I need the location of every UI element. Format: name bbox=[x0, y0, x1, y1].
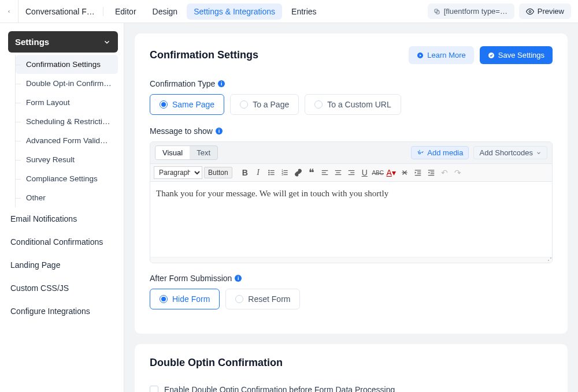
add-shortcodes-dropdown[interactable]: Add Shortcodes bbox=[473, 146, 547, 159]
shortcode-chip[interactable]: [fluentform type="c… bbox=[428, 3, 514, 19]
svg-point-2 bbox=[529, 10, 531, 13]
bold-icon[interactable]: B bbox=[239, 167, 251, 178]
back-button[interactable] bbox=[7, 0, 18, 23]
clear-format-icon[interactable] bbox=[399, 167, 410, 178]
preview-label: Preview bbox=[538, 7, 564, 16]
align-center-icon[interactable] bbox=[332, 167, 344, 178]
sidebar-item-configure-integrations[interactable]: Configure Integrations bbox=[8, 300, 118, 323]
radio-to-a-page[interactable]: To a Page bbox=[230, 94, 299, 115]
add-shortcodes-label: Add Shortcodes bbox=[479, 148, 533, 157]
form-title[interactable]: Conversational Form… bbox=[25, 7, 103, 16]
svg-rect-27 bbox=[348, 174, 354, 175]
svg-rect-28 bbox=[402, 172, 407, 173]
double-optin-title: Double Optin Confirmation bbox=[150, 357, 553, 369]
sidebar-item-survey-result[interactable]: Survey Result bbox=[16, 150, 118, 169]
media-icon bbox=[417, 149, 424, 156]
radio-dot-icon bbox=[240, 100, 248, 109]
svg-rect-22 bbox=[335, 170, 341, 171]
editor-content-area[interactable]: Thank you for your message. We will get … bbox=[150, 182, 552, 257]
radio-dot-icon bbox=[160, 100, 168, 109]
after-label-text: After Form Submission bbox=[150, 274, 232, 283]
radio-custom-url[interactable]: To a Custom URL bbox=[305, 94, 401, 115]
sidebar-item-email-notifications[interactable]: Email Notifications bbox=[8, 207, 118, 230]
learn-more-button[interactable]: Learn More bbox=[409, 46, 473, 64]
radio-to-a-page-label: To a Page bbox=[253, 100, 289, 109]
svg-rect-29 bbox=[414, 170, 421, 170]
sidebar-item-other[interactable]: Other bbox=[16, 188, 118, 207]
strikethrough-icon[interactable]: ABC bbox=[372, 167, 384, 178]
chevron-down-icon bbox=[103, 38, 111, 46]
checkbox-icon[interactable] bbox=[150, 386, 158, 393]
message-label-text: Message to show bbox=[150, 126, 213, 136]
redo-icon[interactable]: ↷ bbox=[452, 167, 464, 178]
sidebar-item-scheduling[interactable]: Scheduling & Restrictions bbox=[16, 112, 118, 131]
sidebar-settings-label: Settings bbox=[15, 37, 49, 47]
sidebar-item-confirmation-settings[interactable]: Confirmation Settings bbox=[16, 55, 118, 74]
underline-icon[interactable]: U bbox=[359, 167, 370, 178]
radio-reset-form[interactable]: Reset Form bbox=[225, 289, 300, 309]
sidebar-item-conditional-confirmations[interactable]: Conditional Confirmations bbox=[8, 230, 118, 253]
confirmation-settings-card: Confirmation Settings Learn More Save Se… bbox=[135, 33, 568, 334]
sidebar-item-form-layout[interactable]: Form Layout bbox=[16, 93, 118, 112]
radio-same-page[interactable]: Same Page bbox=[150, 94, 224, 115]
indent-icon[interactable] bbox=[412, 167, 424, 178]
info-icon[interactable]: i bbox=[216, 128, 223, 135]
sidebar-item-double-optin[interactable]: Double Opt-in Confirma… bbox=[16, 74, 118, 93]
confirmation-type-label: Confirmation Type i bbox=[150, 79, 553, 88]
text-color-icon[interactable]: A▾ bbox=[386, 167, 397, 178]
info-icon[interactable]: i bbox=[218, 80, 225, 87]
radio-dot-icon bbox=[160, 295, 168, 303]
editor-tab-text[interactable]: Text bbox=[190, 146, 217, 159]
align-left-icon[interactable] bbox=[319, 167, 331, 178]
align-right-icon[interactable] bbox=[346, 167, 357, 178]
tab-design[interactable]: Design bbox=[146, 3, 185, 20]
editor-top-row: Visual Text Add media Add Shortcodes bbox=[150, 142, 552, 164]
top-bar: Conversational Form… Editor Design Setti… bbox=[0, 0, 578, 23]
check-circle-icon bbox=[488, 52, 495, 59]
shortcode-text: [fluentform type="c… bbox=[444, 7, 509, 16]
svg-rect-20 bbox=[321, 172, 325, 173]
svg-text:3: 3 bbox=[281, 173, 283, 176]
after-submission-options: Hide Form Reset Form bbox=[150, 289, 553, 309]
link-icon[interactable] bbox=[292, 167, 304, 178]
outdent-icon[interactable] bbox=[425, 167, 437, 178]
undo-icon[interactable]: ↶ bbox=[439, 167, 450, 178]
radio-custom-url-label: To a Custom URL bbox=[327, 100, 391, 109]
italic-icon[interactable]: I bbox=[253, 167, 264, 178]
sidebar-item-landing-page[interactable]: Landing Page bbox=[8, 253, 118, 277]
double-optin-checkbox-row[interactable]: Enable Double Optin Confirmation before … bbox=[150, 380, 553, 392]
editor-resize-handle[interactable]: ⋰ bbox=[150, 257, 552, 263]
quote-icon[interactable]: ❝ bbox=[306, 167, 317, 178]
learn-more-label: Learn More bbox=[427, 51, 465, 59]
message-label: Message to show i bbox=[150, 126, 553, 136]
svg-rect-18 bbox=[283, 174, 287, 175]
editor-tab-visual[interactable]: Visual bbox=[155, 146, 190, 159]
tab-entries[interactable]: Entries bbox=[284, 3, 324, 20]
tab-editor[interactable]: Editor bbox=[108, 3, 143, 20]
copy-icon bbox=[433, 8, 440, 15]
sidebar-item-advanced-validation[interactable]: Advanced Form Validati… bbox=[16, 131, 118, 150]
radio-hide-form[interactable]: Hide Form bbox=[150, 289, 220, 309]
save-settings-button[interactable]: Save Settings bbox=[480, 46, 553, 64]
svg-rect-12 bbox=[270, 174, 274, 175]
add-media-button[interactable]: Add media bbox=[411, 146, 469, 159]
sidebar-item-custom-css-js[interactable]: Custom CSS/JS bbox=[8, 277, 118, 300]
svg-rect-35 bbox=[431, 171, 434, 172]
main-content: Confirmation Settings Learn More Save Se… bbox=[124, 23, 578, 392]
numbered-list-icon[interactable]: 123 bbox=[279, 167, 291, 178]
info-icon[interactable]: i bbox=[235, 275, 242, 282]
insert-button-button[interactable]: Button bbox=[204, 167, 232, 178]
svg-marker-33 bbox=[414, 171, 416, 174]
sidebar-settings-header[interactable]: Settings bbox=[8, 31, 118, 53]
svg-rect-24 bbox=[335, 174, 341, 175]
svg-rect-23 bbox=[336, 172, 340, 173]
paragraph-dropdown[interactable]: Paragraph bbox=[154, 166, 202, 179]
header-tabs: Editor Design Settings & Integrations En… bbox=[108, 3, 324, 20]
svg-point-9 bbox=[268, 172, 269, 173]
sidebar: Settings Confirmation Settings Double Op… bbox=[0, 23, 124, 392]
sidebar-item-compliance[interactable]: Compliance Settings bbox=[16, 169, 118, 188]
bullet-list-icon[interactable] bbox=[266, 167, 277, 178]
preview-button[interactable]: Preview bbox=[519, 3, 571, 19]
save-settings-label: Save Settings bbox=[498, 51, 544, 59]
tab-settings-integrations[interactable]: Settings & Integrations bbox=[187, 3, 282, 20]
